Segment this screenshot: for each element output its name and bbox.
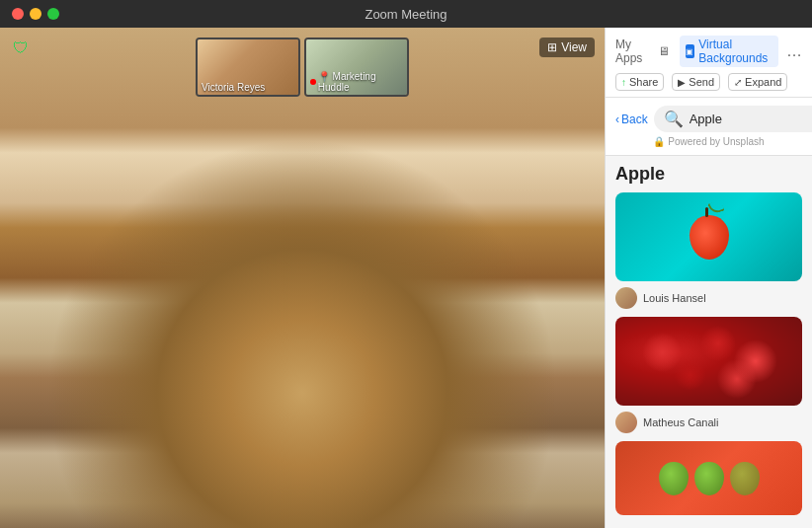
vb-label-text: Virtual Backgrounds [698,38,772,65]
results-title: Apple [615,164,802,185]
expand-action-label: Expand [745,76,781,88]
search-area: ‹ Back 🔍 × 🔒 Powered by Unsplash [606,98,812,156]
share-action-button[interactable]: ↑ Share [615,73,664,91]
green-apple-1 [659,462,689,495]
participant-thumbnails: Victoria Reyes 📍 Marketing Huddle [196,38,409,97]
result-image-teal-apple [615,192,802,281]
thumbnail-label-marketing: 📍 Marketing Huddle [310,71,407,93]
green-apple-2 [694,462,724,495]
view-button[interactable]: ⊞ View [539,38,595,57]
search-input[interactable] [690,112,812,126]
send-action-icon: ▶ [678,77,686,88]
tab-my-apps[interactable]: My Apps [615,36,648,67]
traffic-lights [12,8,59,20]
share-action-label: Share [629,76,658,88]
panel-actions: ↑ Share ▶ Send ⤢ Expand [615,73,802,91]
send-action-button[interactable]: ▶ Send [672,73,720,91]
result-image-red-apples [615,317,802,406]
green-apple-3 [730,462,760,495]
share-action-icon: ↑ [621,77,626,88]
author-name-1: Louis Hansel [643,292,706,304]
fullscreen-button[interactable] [47,8,59,20]
participant-name-victoria: Victoria Reyes [202,82,265,93]
powered-by-label: 🔒 Powered by Unsplash [615,136,802,147]
author-row-2: Matheus Canali [615,412,802,433]
view-icon: ⊞ [547,40,557,54]
mic-muted-icon [310,79,316,85]
main-video: 🛡 Victoria Reyes 📍 Marketing Huddle [0,28,605,528]
result-image-green-apples [615,441,802,515]
search-icon: 🔍 [664,110,684,128]
result-item-3[interactable] [615,441,802,515]
more-options-button[interactable]: … [786,42,802,60]
person-overlay [0,78,605,528]
author-avatar-2 [615,412,637,433]
result-item-2[interactable] [615,317,802,406]
tab-container: My Apps 🖥 ▣ Virtual Backgrounds [615,36,778,67]
view-label: View [561,40,587,54]
result-item-1[interactable] [615,192,802,281]
search-bar: ‹ Back 🔍 × [615,106,802,132]
thumbnail-marketing[interactable]: 📍 Marketing Huddle [304,38,409,97]
apple-shape-icon [690,215,729,260]
window-title: Zoom Meeting [365,7,447,22]
minimize-button[interactable] [30,8,41,20]
powered-by-text: Powered by Unsplash [668,136,764,147]
thumbnail-label-victoria: Victoria Reyes [202,82,265,93]
search-input-wrap: 🔍 × [654,106,812,132]
results-area[interactable]: Apple Louis Hansel Matheus Canali [606,156,812,528]
back-chevron-icon: ‹ [615,113,619,126]
tab-virtual-backgrounds[interactable]: ▣ Virtual Backgrounds [680,36,778,67]
author-avatar-1 [615,287,637,309]
back-button[interactable]: ‹ Back [615,113,648,126]
close-button[interactable] [12,8,24,20]
thumbnail-victoria[interactable]: Victoria Reyes [196,38,300,97]
author-name-2: Matheus Canali [643,416,718,428]
back-label: Back [621,113,648,126]
expand-action-button[interactable]: ⤢ Expand [728,73,787,91]
author-row-1: Louis Hansel [615,287,802,309]
expand-action-icon: ⤢ [734,77,742,88]
title-bar: Zoom Meeting [0,0,812,28]
tab-icon: 🖥 [658,42,670,60]
right-panel: My Apps 🖥 ▣ Virtual Backgrounds … ↑ Shar… [605,28,812,528]
participant-name-marketing: 📍 Marketing Huddle [318,71,407,93]
main-area: 🛡 Victoria Reyes 📍 Marketing Huddle [0,28,812,528]
vb-icon: ▣ [686,44,695,58]
video-section: 🛡 Victoria Reyes 📍 Marketing Huddle [0,28,605,528]
security-shield-icon: 🛡 [10,38,32,59]
lock-icon: 🔒 [653,136,665,147]
panel-header: My Apps 🖥 ▣ Virtual Backgrounds … ↑ Shar… [606,28,812,98]
send-action-label: Send [689,76,714,88]
panel-tabs: My Apps 🖥 ▣ Virtual Backgrounds … [615,36,802,67]
